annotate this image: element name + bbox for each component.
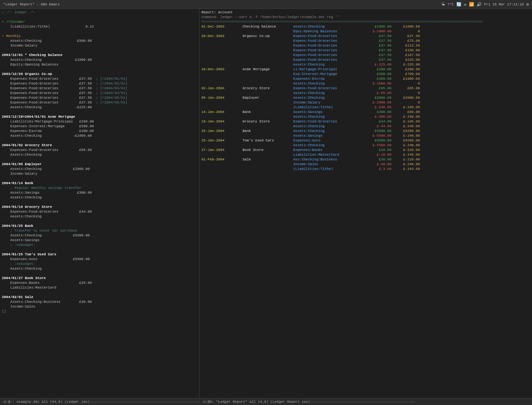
table-row: Assets:Checking £-225.00 £-225.00 (201, 62, 530, 67)
network-icon[interactable]: 📶 (469, 2, 474, 7)
line-savings-comment: ; Regular monthly savings transfer (2, 186, 197, 190)
table-row: Assets:Checking £-1000.00 0 (201, 81, 530, 86)
line-monthly: ~ Monthly (2, 34, 197, 39)
line-books-20: Expenses:Books £20.00 (2, 281, 197, 285)
line-savings-auto: Assets:Savings (2, 238, 197, 243)
table-row: 20-Dec-2003 Organic Co-op Expens:Food:Gr… (201, 34, 530, 39)
line-income-salary: Income:Salary (2, 43, 197, 48)
table-row: Expens:Food:Groceries £37.50 £187.50 (201, 53, 530, 58)
right-pane: Report: account Command: ledger --sort d… (200, 9, 532, 398)
line-savings-300: Assets:Savings £300.00 (2, 190, 197, 195)
line-checking-auto2: Assets:Checking (2, 195, 197, 200)
line-date-3: 2003/12/28=2004/01/01 Acme Mortgage (2, 115, 197, 119)
line-date-2: 2003/12/20 Organic Co-op (2, 72, 197, 77)
weather-icon: 🌤 (441, 2, 445, 6)
line-groceries-5: Expenses:Food:Groceries £37.50 ; [=2004/… (2, 96, 197, 100)
line-income-salary2: Income:Salary (2, 171, 197, 176)
statusbar: -U:@-- example.dat All (64,0) (Ledger ya… (0, 398, 532, 405)
table-row: Assets:Checking £-5500.00 £-240.00 (201, 143, 530, 148)
clock: Fri 15 Mar 17:11:19 (484, 3, 524, 6)
separator: ========================================… (201, 20, 530, 24)
table-row: 01-Feb-2004 Sale Ass:Checking:Business £… (201, 157, 530, 162)
line-business-30: Assets:Checking:Business £30.00 (2, 300, 197, 304)
table-row: 05-Jan-2004 Employer Assets:Checking £20… (201, 96, 530, 100)
line-checking-1000: Assets:Checking £1000.00 (2, 58, 197, 62)
temperature: 7°C (447, 3, 454, 6)
table-row: 19-Jan-2004 Grocery Store Expens:Food:Gr… (201, 119, 530, 124)
line-groceries-65: Expenses:Food:Groceries £65.00 (2, 148, 197, 153)
table-row: 25-Jan-2004 Bank Assets:Checking £5500.0… (201, 129, 530, 134)
table-row: (Liabilities:Tithe) £-3.60 £-243.60 (201, 167, 530, 171)
line-date-1: 2003/12/01 * Checking balance (2, 53, 197, 58)
line-checking-5500: Assets:Checking £5500.00 (2, 233, 197, 238)
line-car-comment: ; Transfer to cover car purchase (2, 228, 197, 233)
table-row: Income:Salary £-2000.00 0 (201, 100, 530, 105)
table-row: Expens:Food:Groceries £37.50 £150.00 (201, 48, 530, 53)
line-nobudget2: ; :nobudget: (2, 262, 197, 266)
report-label: Report: account (201, 10, 530, 15)
table-row: Expens:Food:Groceries £37.50 £225.00 (201, 58, 530, 62)
window-title: *Ledger Report* - GNU Emacs (3, 3, 60, 6)
line-date-10: 2004/01/27 Book Store (2, 276, 197, 281)
line-groceries-2: Expenses:Food:Groceries £37.50 ; [=2004/… (2, 81, 197, 86)
line-groceries-6: Expenses:Food:Groceries £37.50 ; [=2004/… (2, 100, 197, 105)
volume-icon[interactable]: 🔊 (477, 2, 482, 7)
line-groceries-3: Expenses:Food:Groceries £37.50 ; [=2004/… (2, 86, 197, 91)
line-groceries-44: Expenses:Food:Groceries £44.00 (2, 209, 197, 214)
report-command: Command: ledger --sort d -f /home/borbus… (201, 15, 530, 20)
left-pane[interactable]: ; -*- ledger -*- = /^Income/ (Liabilitie… (0, 9, 200, 398)
line-income-rule: = /^Income/ (2, 20, 197, 24)
line-mortgage: Liabilities:Mortgage:Principal £200.00 (2, 119, 197, 124)
mail-icon[interactable]: ✉ (464, 2, 466, 7)
line-date-8: 2004/01/25 Bank (2, 224, 197, 228)
line-date-11: 2004/02/01 Sale (2, 295, 197, 300)
table-row: Equi:Opening Balances £-1000.00 0 (201, 29, 530, 34)
table-row: 01-Dec-2003 Checking balance Assets:Chec… (201, 24, 530, 29)
line-checking-225: Assets:Checking -£225.00 (2, 105, 197, 110)
table-row: Expenses:Escrow £300.00 £1000.00 (201, 77, 530, 81)
line-ledger-header: ; -*- ledger -*- (2, 10, 197, 15)
settings-icon[interactable]: ⚙ (526, 2, 529, 7)
line-checking-2000: Assets:Checking £2000.00 (2, 167, 197, 171)
table-row: 02-Jan-2004 Grocery Store Expens:Food:Gr… (201, 86, 530, 91)
line-date-7: 2004/01/19 Grocery Store (2, 205, 197, 209)
table-row: 25-Jan-2004 Tom's Used Cars Expenses:Aut… (201, 138, 530, 143)
line-groceries-1: Expenses:Food:Groceries £37.50 ; [=2004/… (2, 77, 197, 81)
refresh-icon[interactable]: 🔄 (456, 2, 461, 7)
line-checking-m1000: Assets:Checking -£1000.00 (2, 134, 197, 138)
main-area: ; -*- ledger -*- = /^Income/ (Liabilitie… (0, 9, 532, 398)
table-row: 28-Dec-2003 Acme Mortgage Li:Mortgage:Pr… (201, 67, 530, 72)
line-mastercard: Liabilities:MasterCard (2, 285, 197, 290)
table-row: Income:Sales £-30.00 £-240.00 (201, 162, 530, 167)
table-row: 14-Jan-2004 Bank Assets:Savings £300.00 … (201, 110, 530, 115)
statusbar-right: -U:@%- *Ledger Report* All (4,0) (Ledger… (200, 400, 532, 404)
table-row: Liabilities:MasterCard £-20.00 £-240.00 (201, 153, 530, 157)
table-row: Expens:Food:Groceries £37.50 £112.50 (201, 43, 530, 48)
table-row: 27-Jan-2004 Book Store Expenses:Books £2… (201, 148, 530, 153)
line-groceries-4: Expenses:Food:Groceries £37.50 ; [=2004/… (2, 91, 197, 96)
line-auto-5500: Expenses:Auto £5500.00 (2, 257, 197, 262)
titlebar: *Ledger Report* - GNU Emacs 🌤 7°C 🔄 ✉ 📶 … (0, 0, 532, 9)
line-date-4: 2004/01/02 Grocery Store (2, 143, 197, 148)
line-nobudget1: ; :nobudget: (2, 243, 197, 247)
line-checking-auto4: Assets:Checking (2, 266, 197, 271)
line-cursor: [] (2, 309, 197, 314)
line-escrow: Expenses:Escrow £300.00 (2, 129, 197, 134)
line-tithe: (Liabilities:Tithe) 0.12 (2, 24, 197, 29)
table-row: (Liabilities:Tithe) £-240.00 £-240.00 (201, 105, 530, 110)
table-row: Exp:Interest:Mortgage £500.00 £700.00 (201, 72, 530, 77)
table-row: Assets:Checking £-44.00 £-240.00 (201, 124, 530, 129)
line-interest: Expenses:Interest:Mortgage £500.00 (2, 124, 197, 129)
table-row: Assets:Checking £-65.00 0 (201, 91, 530, 96)
line-income-sales: Income:Sales (2, 304, 197, 309)
table-row: Expens:Food:Groceries £37.50 £75.00 (201, 39, 530, 43)
line-checking-auto3: Assets:Checking (2, 214, 197, 219)
line-equity: Equity:Opening Balances (2, 62, 197, 67)
report-table: 01-Dec-2003 Checking balance Assets:Chec… (201, 24, 530, 171)
line-date-5: 2004/01/05 Employer (2, 162, 197, 167)
line-checking-500: Assets:Checking £500.00 (2, 39, 197, 43)
table-row: Assets:Checking £-300.00 £-240.00 (201, 115, 530, 119)
statusbar-left: -U:@-- example.dat All (64,0) (Ledger ya… (0, 400, 200, 404)
titlebar-right: 🌤 7°C 🔄 ✉ 📶 🔊 Fri 15 Mar 17:11:19 ⚙ (441, 2, 529, 7)
line-date-9: 2004/01/25 Tom's Used Cars (2, 252, 197, 257)
